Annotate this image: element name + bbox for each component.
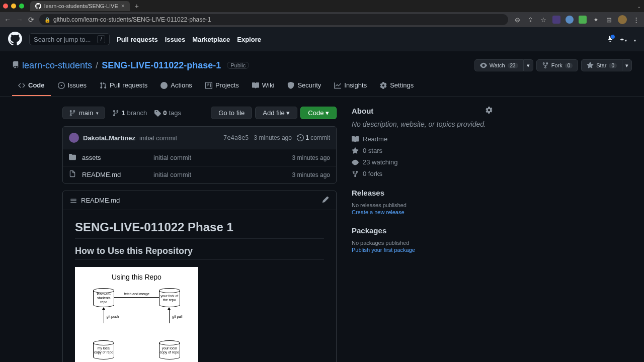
browser-tab[interactable]: learn-co-students/SENG-LIVE × [30, 1, 130, 11]
releases-empty: No releases published [352, 202, 493, 208]
readme-filename[interactable]: README.md [81, 197, 120, 204]
list-icon[interactable] [70, 197, 77, 204]
file-row[interactable]: README.md initial commit 3 minutes ago [63, 166, 336, 183]
url-text: github.com/learn-co-students/SENG-LIVE-0… [53, 16, 211, 23]
bookmark-icon[interactable]: ☆ [539, 16, 547, 24]
watch-button[interactable]: Watch 23 [474, 59, 523, 71]
commit-time: 3 minutes ago [254, 134, 292, 141]
file-name[interactable]: assets [82, 154, 147, 161]
tab-code[interactable]: Code [12, 77, 51, 96]
commit-message[interactable]: initial commit [139, 134, 177, 142]
file-time: 3 minutes ago [292, 154, 330, 161]
gear-icon[interactable] [486, 107, 493, 115]
minimize-window[interactable] [11, 4, 16, 9]
forks-link[interactable]: 0 forks [352, 170, 493, 177]
back-button[interactable]: ← [4, 16, 11, 24]
packages-heading[interactable]: Packages [352, 226, 493, 235]
repo-owner-link[interactable]: learn-co-students [22, 60, 92, 70]
nav-marketplace[interactable]: Marketplace [192, 36, 230, 43]
tab-issues[interactable]: Issues [52, 77, 93, 96]
tab-pull-requests[interactable]: Pull requests [94, 77, 153, 96]
packages-empty: No packages published [352, 240, 493, 246]
chrome-menu-icon[interactable]: ⋮ [632, 16, 640, 24]
search-input[interactable]: Search or jump to... / [29, 33, 110, 45]
file-name[interactable]: README.md [82, 171, 147, 178]
star-button[interactable]: Star 0 [581, 59, 622, 71]
window-controls [3, 4, 24, 9]
repo-icon [12, 61, 19, 70]
go-to-file-button[interactable]: Go to file [211, 107, 252, 119]
star-dropdown[interactable]: ▾ [622, 59, 632, 71]
tab-title: learn-co-students/SENG-LIVE [44, 3, 118, 9]
nav-explore[interactable]: Explore [237, 36, 261, 43]
close-tab-icon[interactable]: × [121, 3, 125, 10]
address-bar[interactable]: 🔒 github.com/learn-co-students/SENG-LIVE… [39, 14, 508, 25]
file-time: 3 minutes ago [292, 171, 330, 178]
watching-link[interactable]: 23 watching [352, 158, 493, 166]
reload-button[interactable]: ⟳ [28, 16, 34, 24]
commit-author-link[interactable]: DakotaLMartinez [83, 134, 135, 142]
folder-icon [69, 153, 76, 162]
file-row[interactable]: assets initial commit 3 minutes ago [63, 149, 336, 166]
search-slash-key: / [97, 35, 105, 43]
notifications-icon[interactable] [607, 35, 614, 44]
search-placeholder: Search or jump to... [34, 36, 91, 43]
readme-h2: How to Use this Repository [75, 246, 324, 260]
file-icon [69, 170, 76, 179]
tab-settings[interactable]: Settings [374, 77, 420, 96]
repo-name-link[interactable]: SENG-LIVE-011022-phase-1 [102, 60, 221, 70]
tab-actions[interactable]: Actions [154, 77, 198, 96]
forward-button[interactable]: → [16, 16, 23, 24]
watch-dropdown[interactable]: ▾ [523, 59, 533, 71]
new-tab-button[interactable]: + [135, 2, 139, 10]
tabs-dropdown-icon[interactable]: ⌄ [637, 4, 641, 9]
about-heading: About [352, 107, 373, 115]
commits-link[interactable]: 1 commit [297, 134, 330, 142]
branch-selector[interactable]: main ▾ [62, 107, 105, 119]
add-file-button[interactable]: Add file ▾ [255, 107, 297, 119]
extension-icon[interactable] [579, 16, 587, 24]
extension-icon[interactable] [552, 16, 560, 24]
branch-count-link[interactable]: 1 branch [112, 109, 147, 117]
close-window[interactable] [3, 4, 8, 9]
commit-author-avatar[interactable] [69, 133, 79, 143]
nav-issues[interactable]: Issues [165, 36, 185, 43]
extension-icon[interactable] [566, 16, 574, 24]
stars-link[interactable]: 0 stars [352, 147, 493, 154]
file-commit-msg[interactable]: initial commit [153, 171, 286, 178]
visibility-badge: Public [227, 62, 249, 69]
tab-insights[interactable]: Insights [328, 77, 373, 96]
share-icon[interactable]: ⇪ [526, 16, 534, 24]
create-release-link[interactable]: Create a new release [352, 209, 493, 215]
edit-readme-icon[interactable] [322, 196, 329, 205]
about-description: No description, website, or topics provi… [352, 120, 493, 128]
readme-h1: SENG-LIVE-011022 Phase 1 [75, 220, 324, 239]
publish-package-link[interactable]: Publish your first package [352, 247, 493, 253]
lock-icon: 🔒 [44, 17, 50, 23]
readme-diagram: Using this Repo fetch and merge learn-co… [75, 267, 198, 362]
nav-pull-requests[interactable]: Pull requests [117, 36, 158, 43]
zoom-out-icon[interactable]: ⊖ [513, 16, 521, 24]
file-commit-msg[interactable]: initial commit [153, 154, 286, 161]
code-button[interactable]: Code ▾ [300, 107, 337, 119]
extensions-icon[interactable]: ✦ [592, 16, 600, 24]
fork-button[interactable]: Fork 0 [536, 59, 579, 71]
github-logo[interactable] [8, 32, 22, 47]
commit-sha[interactable]: 7e4a8e5 [223, 134, 249, 141]
readme-link[interactable]: Readme [352, 135, 493, 143]
add-dropdown[interactable]: +▾ [620, 36, 627, 43]
releases-heading[interactable]: Releases [352, 189, 493, 197]
tab-projects[interactable]: Projects [199, 77, 245, 96]
maximize-window[interactable] [19, 4, 24, 9]
reading-list-icon[interactable]: ⊟ [605, 16, 613, 24]
tag-count-link[interactable]: 0 tags [154, 109, 181, 117]
tab-wiki[interactable]: Wiki [246, 77, 281, 96]
profile-avatar[interactable] [618, 15, 627, 24]
tab-security[interactable]: Security [281, 77, 327, 96]
user-menu[interactable]: ▾ [633, 36, 636, 43]
path-separator: / [96, 60, 98, 70]
